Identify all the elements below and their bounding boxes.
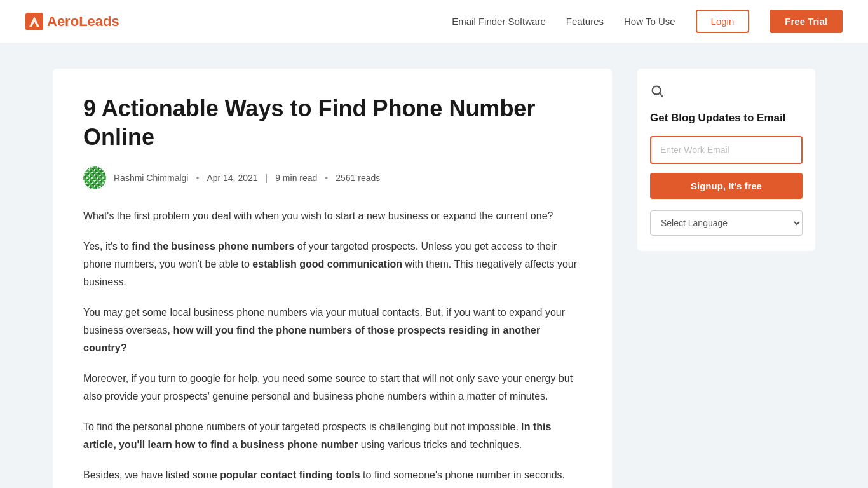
main-nav: Email Finder Software Features How To Us… xyxy=(452,10,843,33)
article-date: Apr 14, 2021 xyxy=(207,173,257,183)
article-title: 9 Actionable Ways to Find Phone Number O… xyxy=(83,94,581,151)
paragraph-5: To find the personal phone numbers of yo… xyxy=(83,418,581,454)
free-trial-button[interactable]: Free Trial xyxy=(770,10,843,33)
author-name: Rashmi Chimmalgi xyxy=(114,173,188,183)
paragraph-6: Besides, we have listed some popular con… xyxy=(83,466,581,488)
author-avatar xyxy=(83,166,106,189)
reads-count: 2561 reads xyxy=(336,173,380,183)
signup-button[interactable]: Signup, It's free xyxy=(650,173,803,199)
main-content: 9 Actionable Ways to Find Phone Number O… xyxy=(53,69,612,488)
svg-line-4 xyxy=(660,93,662,96)
widget-title: Get Blog Updates to Email xyxy=(650,112,803,125)
sidebar: Get Blog Updates to Email Signup, It's f… xyxy=(637,69,815,251)
logo-icon xyxy=(25,13,43,30)
nav-how-to-use[interactable]: How To Use xyxy=(624,16,675,27)
meta-dot-1: • xyxy=(196,173,199,183)
logo-text: AeroLeads xyxy=(47,13,119,30)
logo[interactable]: AeroLeads xyxy=(25,13,119,30)
nav-features[interactable]: Features xyxy=(566,16,604,27)
site-header: AeroLeads Email Finder Software Features… xyxy=(0,0,868,43)
paragraph-4: Moreover, if you turn to google for help… xyxy=(83,370,581,405)
article-body: What's the first problem you deal with w… xyxy=(83,207,581,488)
article-meta: Rashmi Chimmalgi • Apr 14, 2021 | 9 min … xyxy=(83,166,581,189)
meta-dot-2: • xyxy=(325,173,328,183)
read-time: 9 min read xyxy=(275,173,317,183)
search-icon xyxy=(650,84,664,98)
nav-email-finder[interactable]: Email Finder Software xyxy=(452,16,546,27)
language-select[interactable]: Select Language English Spanish French G… xyxy=(650,210,803,236)
paragraph-2: Yes, it's to find the business phone num… xyxy=(83,238,581,291)
paragraph-3: You may get some local business phone nu… xyxy=(83,304,581,357)
page-container: 9 Actionable Ways to Find Phone Number O… xyxy=(27,43,841,488)
paragraph-1: What's the first problem you deal with w… xyxy=(83,207,581,225)
meta-separator: | xyxy=(266,173,268,183)
sidebar-widget: Get Blog Updates to Email Signup, It's f… xyxy=(637,69,815,251)
login-button[interactable]: Login xyxy=(696,10,750,33)
search-icon-wrap xyxy=(650,84,803,100)
email-input[interactable] xyxy=(650,136,803,164)
